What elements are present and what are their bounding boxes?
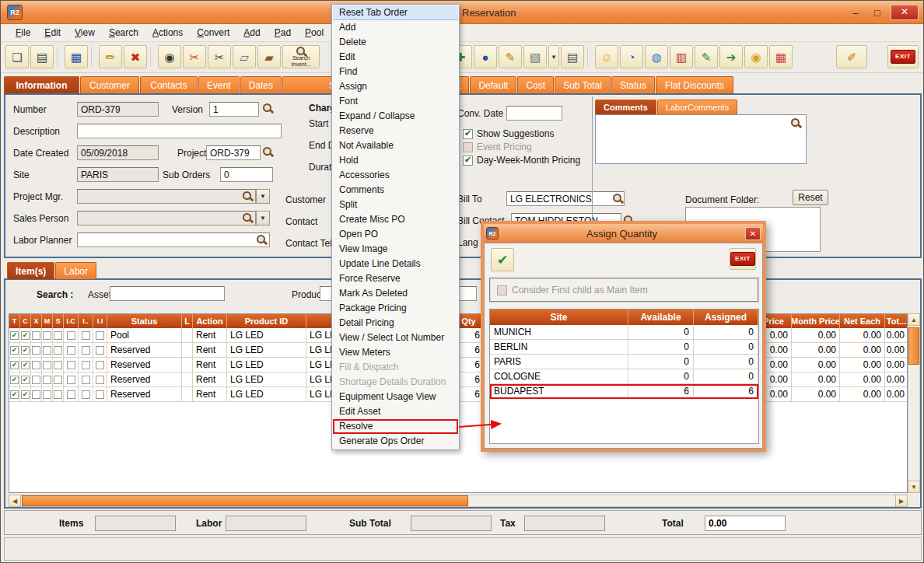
row-checkbox[interactable]: ✔	[21, 361, 30, 369]
row-checkbox[interactable]	[67, 331, 75, 340]
tab-default[interactable]: Default	[470, 76, 516, 93]
scroll-right-button[interactable]: ▶	[895, 495, 908, 507]
menu-item-resolve[interactable]: Resolve	[333, 419, 458, 434]
menu-item-reserve[interactable]: Reserve	[333, 124, 458, 138]
menu-item-equipment-usage-view[interactable]: Equipment Usage View	[333, 390, 458, 404]
row-checkbox[interactable]	[32, 346, 40, 355]
row-checkbox[interactable]	[82, 376, 90, 384]
bill-to-field[interactable]: LG ELECTRONICS	[506, 191, 625, 206]
color-cube-button[interactable]: ▦	[769, 45, 793, 68]
coins-button[interactable]: ◉	[744, 45, 768, 68]
version-search-button[interactable]	[262, 103, 275, 115]
column-header-t[interactable]: T	[9, 314, 20, 328]
dialog-ok-button[interactable]: ✔	[491, 248, 514, 271]
row-checkbox[interactable]	[43, 361, 51, 369]
labor-planner-search-button[interactable]	[256, 234, 268, 247]
row-checkbox[interactable]: ✔	[21, 376, 30, 384]
labor-planner-field[interactable]	[77, 233, 270, 247]
sub-orders-field[interactable]: 0	[220, 167, 273, 182]
clock-button[interactable]: ◔	[620, 45, 643, 68]
row-checkbox[interactable]	[32, 390, 40, 399]
menu-item-comments[interactable]: Comments	[333, 183, 458, 198]
cut-sheet-button[interactable]: ✂	[183, 45, 206, 68]
edit-note-button[interactable]: ✎	[499, 45, 522, 68]
row-checkbox[interactable]	[82, 361, 90, 369]
row-checkbox[interactable]	[43, 376, 51, 384]
reset-button[interactable]: Reset	[793, 190, 828, 205]
site-row-paris[interactable]: PARIS00	[490, 355, 758, 369]
menu-item-update-line-details[interactable]: Update Line Details	[333, 257, 458, 271]
row-checkbox[interactable]	[54, 361, 62, 369]
menu-item-view-meters[interactable]: View Meters	[333, 345, 458, 360]
column-header-i[interactable]: I..	[79, 314, 93, 328]
column-header-month-price[interactable]: Month Price	[792, 314, 840, 328]
menu-item-create-misc-po[interactable]: Create Misc PO	[333, 212, 458, 227]
paste-button[interactable]: ▰	[257, 45, 281, 68]
save-button[interactable]: ▦	[65, 45, 88, 68]
menu-add[interactable]: Add	[236, 25, 267, 40]
column-header-available[interactable]: Available	[628, 309, 694, 325]
row-checkbox[interactable]: ✔	[21, 390, 30, 399]
row-checkbox[interactable]: ✔	[10, 361, 19, 369]
sales-person-dropdown-button[interactable]: ▼	[256, 211, 270, 226]
row-checkbox[interactable]	[32, 376, 40, 384]
show-suggestions-checkbox[interactable]: Show Suggestions	[463, 128, 554, 139]
menu-convert[interactable]: Convert	[190, 25, 236, 40]
project-mgr-dropdown-button[interactable]: ▼	[256, 189, 270, 204]
row-checkbox[interactable]	[43, 346, 51, 355]
menu-search[interactable]: Search	[102, 25, 145, 40]
conv-date-field[interactable]	[506, 106, 562, 121]
find-binoculars-button[interactable]: ◉	[158, 45, 181, 68]
menu-item-open-po[interactable]: Open PO	[333, 227, 458, 242]
menu-item-add[interactable]: Add	[333, 20, 458, 35]
row-checkbox[interactable]	[96, 361, 104, 369]
menu-pad[interactable]: Pad	[268, 25, 298, 40]
row-checkbox[interactable]	[67, 361, 75, 369]
tab-information[interactable]: Information	[4, 76, 79, 93]
tab-cost[interactable]: Cost	[517, 76, 554, 93]
column-header-c[interactable]: C	[20, 314, 31, 328]
column-header-status[interactable]: Status	[107, 314, 182, 328]
scroll-left-button[interactable]: ◀	[9, 495, 21, 507]
row-checkbox[interactable]: ✔	[10, 376, 19, 384]
column-header-m[interactable]: M	[42, 314, 53, 328]
menu-item-force-reserve[interactable]: Force Reserve	[333, 271, 458, 286]
menu-view[interactable]: View	[68, 25, 102, 40]
menu-item-mark-as-deleted[interactable]: Mark As Deleted	[333, 286, 458, 301]
comments-search-button[interactable]	[790, 117, 803, 130]
day-week-month-pricing-checkbox[interactable]: Day-Week-Month Pricing	[463, 155, 580, 166]
row-checkbox[interactable]: ✔	[10, 390, 19, 399]
row-checkbox[interactable]: ✔	[10, 346, 19, 355]
row-checkbox[interactable]	[54, 376, 62, 384]
dialog-exit-button[interactable]: EXIT	[730, 248, 756, 270]
row-checkbox[interactable]	[67, 376, 75, 384]
edit-pencil-button[interactable]: ✏	[99, 45, 122, 68]
column-header-assigned[interactable]: Assigned	[694, 309, 758, 325]
sales-person-search-button[interactable]	[242, 212, 254, 225]
column-header-l[interactable]: L	[182, 314, 193, 328]
column-header-product-id[interactable]: Product ID	[227, 314, 306, 328]
tab-sub-total[interactable]: Sub Total	[555, 76, 611, 93]
column-header-s[interactable]: S	[53, 314, 64, 328]
column-header-i-c[interactable]: I.C	[64, 314, 79, 328]
column-header-x[interactable]: X	[31, 314, 42, 328]
column-header-tot[interactable]: Tot...	[885, 314, 908, 328]
close-button[interactable]: ✕	[891, 5, 919, 20]
row-checkbox[interactable]	[54, 331, 62, 340]
description-field[interactable]	[77, 124, 282, 138]
column-header-i-i[interactable]: I.I	[93, 314, 107, 328]
horizontal-scrollbar[interactable]: ◀ ▶	[9, 495, 908, 507]
row-checkbox[interactable]	[96, 331, 104, 340]
globe-button[interactable]: ◍	[645, 45, 668, 68]
print-labels-button[interactable]: ▤	[561, 45, 584, 68]
project-mgr-field[interactable]	[77, 189, 256, 204]
bill-to-search-button[interactable]	[612, 193, 625, 205]
cut-button[interactable]: ✂	[208, 45, 231, 68]
row-checkbox[interactable]: ✔	[21, 331, 30, 340]
menu-item-delete[interactable]: Delete	[333, 35, 458, 50]
tab-flat-discounts[interactable]: Flat Discounts	[656, 76, 733, 93]
smiley-button[interactable]: ☺	[595, 45, 618, 68]
site-row-berlin[interactable]: BERLIN00	[490, 340, 758, 355]
project-search-button[interactable]	[262, 146, 275, 159]
menu-item-font[interactable]: Font	[333, 94, 458, 109]
